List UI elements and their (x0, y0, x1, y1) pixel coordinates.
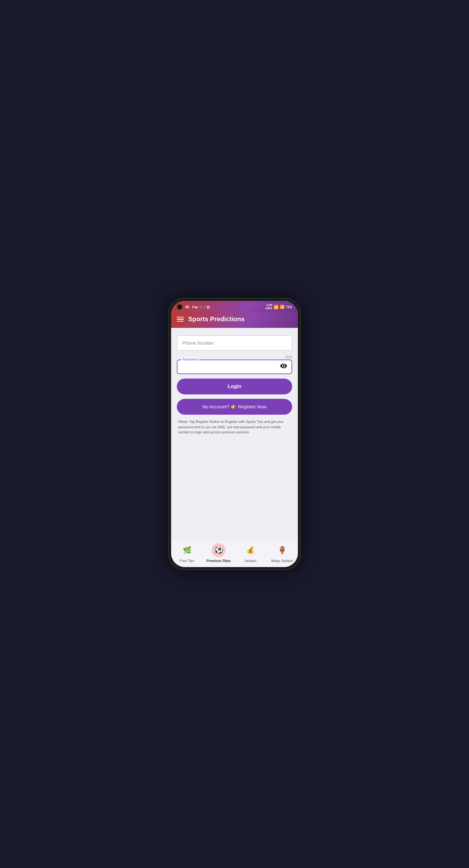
bottom-nav: 🌿 Free Tips ⚽ Premium Slips 💰 Jackpot 🏺 (171, 540, 298, 567)
mega-jackpot-label: Mega Jackpot (271, 559, 293, 563)
status-left: 06 M ▶ 🛒 ○ 🖼 (177, 304, 210, 310)
phone-input[interactable] (182, 340, 287, 346)
jackpot-icon-bg: 💰 (243, 543, 257, 557)
jackpot-label: Jackpot (244, 559, 256, 563)
phone-input-container (177, 336, 292, 351)
nav-item-premium-slips[interactable]: ⚽ Premium Slips (203, 543, 235, 563)
status-icons: M ▶ 🛒 ○ 🖼 (192, 305, 209, 309)
free-tips-icon-bg: 🌿 (180, 543, 194, 557)
network-speed: 0.09KB/S (265, 304, 272, 310)
app-header: Sports Predictions (171, 312, 298, 328)
camera-dot (177, 304, 182, 310)
mega-jackpot-icon: 🏺 (278, 546, 287, 554)
phone-screen: 06 M ▶ 🛒 ○ 🖼 0.09KB/S 📶 📶 71% Sports Pre… (171, 301, 298, 567)
nav-item-jackpot[interactable]: 💰 Jackpot (235, 543, 266, 563)
status-bar: 06 M ▶ 🛒 ○ 🖼 0.09KB/S 📶 📶 71% (171, 301, 298, 312)
hamburger-menu[interactable] (177, 317, 184, 322)
free-tips-label: Free Tips (180, 559, 194, 563)
battery-text: 71% (286, 305, 292, 309)
login-button[interactable]: Login (177, 378, 292, 394)
wifi-icon: 📶 (273, 305, 279, 310)
password-input[interactable] (182, 364, 277, 369)
status-right: 0.09KB/S 📶 📶 71% (265, 304, 292, 310)
main-content: 0/10 Password Login No Account? 👉 Regist… (171, 328, 298, 540)
nav-item-mega-jackpot[interactable]: 🏺 Mega Jackpot (266, 543, 298, 563)
status-time: 06 (185, 305, 189, 309)
free-tips-icon: 🌿 (183, 546, 192, 554)
eye-icon[interactable] (280, 364, 287, 370)
password-input-container: Password (177, 360, 292, 374)
note-text: #Note: Tap Register Button to Register w… (177, 419, 292, 435)
mega-jackpot-icon-bg: 🏺 (275, 543, 289, 557)
phone-frame: 06 M ▶ 🛒 ○ 🖼 0.09KB/S 📶 📶 71% Sports Pre… (168, 298, 301, 570)
register-button[interactable]: No Account? 👉 Register Now (177, 399, 292, 415)
signal-icon: 📶 (280, 305, 285, 309)
password-label: Password (181, 357, 199, 361)
premium-slips-label: Premium Slips (207, 559, 231, 563)
app-title: Sports Predictions (188, 315, 245, 323)
premium-slips-icon: ⚽ (214, 546, 223, 554)
jackpot-icon: 💰 (246, 546, 255, 554)
nav-item-free-tips[interactable]: 🌿 Free Tips (171, 543, 203, 563)
premium-slips-icon-bg: ⚽ (212, 543, 226, 557)
password-wrapper: 0/10 Password (177, 355, 292, 374)
